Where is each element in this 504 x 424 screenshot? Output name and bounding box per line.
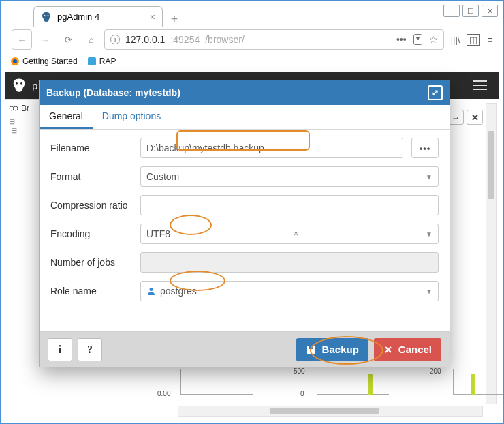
backup-button[interactable]: Backup	[296, 338, 368, 361]
object-browser-panel: Br ⊟ ⊟	[5, 99, 39, 372]
bookmark-rap[interactable]: RAP	[87, 57, 116, 66]
reader-mode-icon[interactable]: ▾	[413, 34, 422, 45]
dialog-title: Backup (Database: mytestdb)	[46, 87, 180, 98]
address-bar[interactable]: i 127.0.0.1:49254/browser/ ••• ▾ ☆	[104, 29, 444, 50]
binoculars-icon	[9, 104, 18, 113]
chevron-down-icon: ▼	[426, 230, 432, 238]
svg-point-3	[13, 59, 17, 63]
home-button[interactable]: ⌂	[81, 29, 101, 50]
url-host: 127.0.0.1	[125, 34, 165, 45]
user-icon	[146, 286, 156, 296]
format-select[interactable]: Custom ▼	[140, 166, 439, 187]
url-path: /browser/	[205, 34, 245, 45]
chevron-down-icon: ▼	[426, 173, 432, 181]
dashboard-close-button[interactable]: ✕	[467, 110, 483, 125]
pgadmin-menu-icon[interactable]	[468, 76, 492, 95]
format-label: Format	[50, 171, 136, 182]
bookmark-star-icon[interactable]: ☆	[429, 34, 438, 45]
bookmark-getting-started[interactable]: Getting Started	[10, 57, 78, 66]
svg-point-6	[20, 82, 22, 85]
filename-value: D:\backup\mytestdb.backup	[146, 142, 264, 153]
compression-input[interactable]	[140, 195, 439, 215]
pgadmin-title-clip: p	[32, 80, 37, 91]
window-minimize[interactable]: —	[443, 5, 460, 17]
svg-point-0	[44, 15, 46, 16]
app-menu-icon[interactable]: ≡	[487, 35, 492, 45]
cancel-button[interactable]: Cancel	[374, 338, 441, 361]
expand-dialog-icon[interactable]: ⤢	[428, 85, 443, 100]
window-close[interactable]: ✕	[482, 5, 498, 17]
firefox-icon	[10, 57, 20, 66]
new-tab-button[interactable]: +	[166, 12, 183, 27]
encoding-select[interactable]: UTF8 × ▼	[140, 224, 439, 244]
bookmark-label: Getting Started	[22, 57, 78, 66]
jobs-input	[140, 252, 439, 273]
role-value: postgres	[160, 286, 197, 297]
svg-point-9	[150, 288, 153, 291]
library-icon[interactable]: |||\	[451, 35, 460, 45]
save-icon	[306, 344, 317, 355]
tab-dump-options[interactable]: Dump options	[93, 105, 170, 129]
cancel-button-label: Cancel	[398, 344, 432, 355]
chart-tick: 500	[294, 367, 305, 375]
info-button[interactable]: i	[48, 338, 72, 361]
url-port: :49254	[170, 34, 200, 45]
browser-panel-title: Br	[21, 104, 29, 113]
filename-label: Filename	[50, 142, 136, 153]
chart-tick: 200	[430, 367, 441, 375]
browser-tab-active[interactable]: pgAdmin 4 ×	[33, 6, 163, 27]
backup-dialog: Backup (Database: mytestdb) ⤢ General Du…	[39, 80, 450, 367]
format-value: Custom	[146, 171, 179, 182]
browser-tab-title: pgAdmin 4	[57, 12, 99, 22]
pgadmin-favicon-icon	[41, 12, 52, 22]
svg-point-1	[48, 15, 49, 16]
svg-point-7	[10, 106, 14, 110]
role-label: Role name	[50, 286, 136, 297]
svg-rect-4	[88, 57, 96, 65]
site-info-icon[interactable]: i	[110, 35, 120, 44]
compression-label: Compression ratio	[50, 200, 136, 211]
encoding-label: Encoding	[50, 228, 136, 239]
rap-icon	[87, 57, 97, 66]
nav-back-button[interactable]: ←	[12, 29, 32, 50]
svg-point-8	[14, 106, 18, 110]
encoding-value: UTF8	[146, 228, 170, 239]
role-select[interactable]: postgres ▼	[140, 281, 439, 301]
vertical-scrollbar[interactable]	[486, 103, 497, 404]
sidebar-icon[interactable]: ◫	[467, 34, 480, 46]
chart-tick: 0.00	[157, 390, 170, 397]
dashboard-charts: 0.00 500 0 200	[157, 369, 469, 403]
chart-tick: 0	[300, 390, 304, 397]
svg-point-5	[16, 82, 18, 85]
nav-forward-button: →	[35, 29, 55, 50]
filename-input[interactable]: D:\backup\mytestdb.backup	[140, 138, 403, 158]
chevron-down-icon: ▼	[426, 288, 432, 295]
tab-general[interactable]: General	[40, 105, 93, 129]
close-tab-icon[interactable]: ×	[150, 12, 155, 22]
backup-button-label: Backup	[322, 344, 359, 355]
horizontal-scrollbar[interactable]	[178, 406, 483, 417]
pgadmin-logo-icon	[12, 78, 27, 93]
clear-encoding-icon[interactable]: ×	[294, 229, 302, 239]
jobs-label: Number of jobs	[50, 257, 136, 268]
close-icon	[383, 345, 393, 354]
bookmark-label: RAP	[99, 57, 116, 66]
help-button[interactable]: ?	[78, 338, 102, 361]
url-more-icon[interactable]: •••	[396, 34, 407, 45]
browse-file-button[interactable]: •••	[411, 138, 439, 158]
window-maximize[interactable]: ☐	[462, 5, 479, 17]
reload-button[interactable]: ⟳	[58, 29, 78, 50]
